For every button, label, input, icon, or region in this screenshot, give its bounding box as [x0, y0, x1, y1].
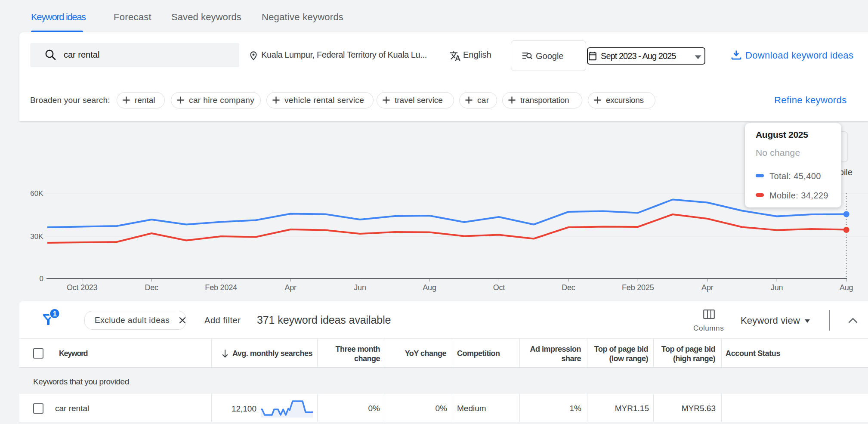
- svg-text:Feb 2024: Feb 2024: [205, 283, 237, 292]
- svg-text:1: 1: [53, 310, 56, 318]
- svg-text:Dec: Dec: [145, 283, 158, 292]
- svg-text:Jun: Jun: [771, 283, 783, 292]
- svg-text:Dec: Dec: [562, 283, 575, 292]
- svg-text:Feb 2025: Feb 2025: [622, 283, 654, 292]
- svg-text:60K: 60K: [30, 189, 43, 198]
- svg-text:Aug: Aug: [840, 283, 853, 292]
- svg-text:Aug: Aug: [423, 283, 436, 292]
- svg-text:30K: 30K: [30, 232, 43, 241]
- svg-text:Apr: Apr: [284, 283, 297, 292]
- svg-text:Jun: Jun: [354, 283, 366, 292]
- svg-text:Oct: Oct: [493, 283, 505, 292]
- svg-text:Apr: Apr: [701, 283, 714, 292]
- svg-text:Oct 2023: Oct 2023: [67, 283, 98, 292]
- svg-text:0: 0: [40, 275, 43, 283]
